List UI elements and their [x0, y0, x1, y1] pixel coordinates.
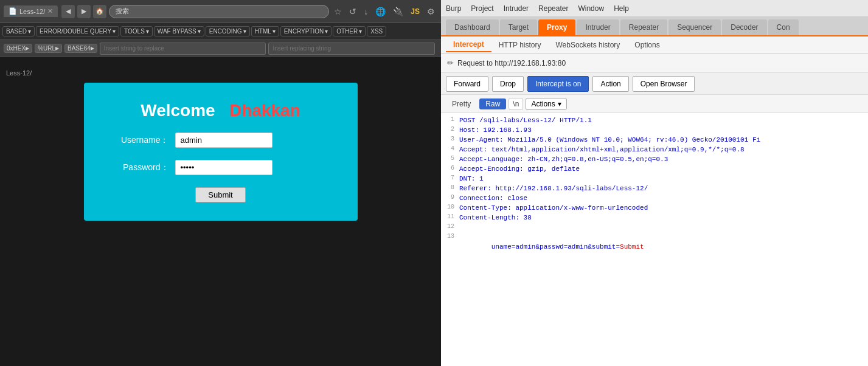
password-row: Password： — [108, 160, 333, 175]
tab-decoder[interactable]: Decoder — [722, 19, 766, 35]
hex-button[interactable]: 0xHEX — [4, 44, 32, 53]
subtab-intercept[interactable]: Intercept — [446, 38, 491, 52]
subtab-options[interactable]: Options — [627, 38, 667, 52]
menu-xss[interactable]: XSS — [367, 26, 386, 36]
actions-label: Actions — [531, 100, 555, 108]
burp-menu: Burp Project Intruder Repeater Window He… — [441, 0, 868, 17]
welcome-white: Welcome — [141, 101, 215, 120]
tab-dashboard[interactable]: Dashboard — [446, 19, 499, 35]
action-button[interactable]: Action — [592, 76, 628, 92]
burp-panel: Burp Project Intruder Repeater Window He… — [441, 0, 868, 366]
js-icon[interactable]: JS — [408, 6, 422, 17]
url-bar[interactable] — [109, 5, 329, 18]
menu-tools[interactable]: TOOLS — [120, 26, 153, 36]
actions-dropdown[interactable]: Actions ▾ — [526, 98, 566, 110]
menu-intruder[interactable]: Intruder — [504, 4, 529, 13]
tab-proxy[interactable]: Proxy — [538, 19, 575, 35]
code-line-4: 4 Accept: text/html,application/xhtml+xm… — [441, 145, 868, 154]
code-line-3: 3 User-Agent: Mozilla/5.0 (Windows NT 10… — [441, 135, 868, 145]
menu-repeater[interactable]: Repeater — [538, 4, 568, 13]
globe-icon: 🌐 — [373, 5, 388, 18]
pencil-icon: ✏ — [447, 58, 454, 67]
base64-button[interactable]: BASE64 — [64, 44, 97, 53]
browser-tab[interactable]: 📄 Less-12/ ✕ — [4, 5, 58, 17]
welcome-title: Welcome Dhakkan — [141, 101, 300, 120]
open-browser-button[interactable]: Open Browser — [633, 76, 695, 92]
code-line-1: 1 POST /sqli-labs/Less-12/ HTTP/1.1 — [441, 116, 868, 125]
menu-html[interactable]: HTML — [251, 26, 279, 36]
menu-window[interactable]: Window — [578, 4, 604, 13]
actions-chevron-icon: ▾ — [558, 100, 561, 108]
back-button[interactable]: ◀ — [61, 5, 75, 18]
code-line-5: 5 Accept-Language: zh-CN,zh;q=0.8,en-US;… — [441, 154, 868, 164]
tab-target[interactable]: Target — [500, 19, 537, 35]
code-line-2: 2 Host: 192.168.1.93 — [441, 125, 868, 135]
code-line-10: 10 Content-Type: application/x-www-form-… — [441, 203, 868, 213]
path-text: Less-12/ — [6, 69, 32, 77]
extension-icon[interactable]: 🔌 — [391, 5, 406, 18]
menu-error[interactable]: ERROR/DOUBLE QUERY — [36, 26, 119, 36]
code-line-9: 9 Connection: close — [441, 193, 868, 203]
refresh-icon[interactable]: ↺ — [347, 5, 359, 18]
editor-toolbar: Pretty Raw \n Actions ▾ — [441, 95, 868, 113]
ln-button[interactable]: \n — [509, 98, 523, 110]
close-tab-icon[interactable]: ✕ — [47, 7, 53, 15]
url-button[interactable]: %URL — [35, 44, 62, 53]
download-icon[interactable]: ↓ — [361, 5, 370, 18]
username-input[interactable] — [175, 133, 273, 148]
code-line-7: 7 DNT: 1 — [441, 174, 868, 184]
login-form-box: Welcome Dhakkan Username： Password： Subm… — [84, 83, 358, 221]
password-label: Password： — [108, 162, 169, 173]
burp-nav-tabs: Dashboard Target Proxy Intruder Repeater… — [441, 17, 868, 36]
menu-burp[interactable]: Burp — [446, 4, 461, 13]
settings-icon[interactable]: ⚙ — [425, 5, 437, 18]
tab-sequencer[interactable]: Sequencer — [668, 19, 721, 35]
browser-panel: 📄 Less-12/ ✕ ◀ ▶ 🏠 ☆ ↺ ↓ 🌐 🔌 JS ⚙ BASED … — [0, 0, 441, 366]
menu-encryption[interactable]: ENCRYPTION — [280, 26, 332, 36]
username-label: Username： — [108, 135, 169, 146]
code-line-12: 12 — [441, 223, 868, 232]
menu-based[interactable]: BASED — [2, 26, 35, 36]
bookmark-icon[interactable]: ☆ — [332, 5, 344, 18]
submit-button[interactable]: Submit — [195, 187, 245, 202]
code-line-8: 8 Referer: http://192.168.1.93/sqli-labs… — [441, 184, 868, 193]
address-bar-row: 0xHEX %URL BASE64 — [0, 40, 441, 57]
request-url: Request to http://192.168.1.93:80 — [457, 59, 566, 67]
tab-repeater[interactable]: Repeater — [620, 19, 667, 35]
replace-input[interactable] — [100, 43, 266, 55]
forward-button[interactable]: Forward — [446, 76, 488, 92]
subtab-websockets[interactable]: WebSockets history — [548, 38, 627, 52]
browser-content: Less-12/ Welcome Dhakkan Username： Passw… — [0, 57, 441, 366]
menu-bar: BASED ERROR/DOUBLE QUERY TOOLS WAF BYPAS… — [0, 23, 441, 40]
intercept-on-button[interactable]: Intercept is on — [527, 76, 589, 92]
nav-area: ◀ ▶ 🏠 ☆ ↺ ↓ 🌐 🔌 JS ⚙ — [61, 5, 437, 18]
password-input[interactable] — [175, 160, 273, 175]
menu-project[interactable]: Project — [471, 4, 493, 13]
username-row: Username： — [108, 133, 333, 148]
editor-tab-raw[interactable]: Raw — [479, 98, 506, 109]
forward-button[interactable]: ▶ — [77, 5, 91, 18]
code-line-11: 11 Content-Length: 38 — [441, 213, 868, 223]
browser-toolbar: 📄 Less-12/ ✕ ◀ ▶ 🏠 ☆ ↺ ↓ 🌐 🔌 JS ⚙ — [0, 0, 441, 23]
tab-area: 📄 Less-12/ ✕ — [4, 5, 58, 17]
request-header: ✏ Request to http://192.168.1.93:80 — [441, 54, 868, 73]
home-button[interactable]: 🏠 — [93, 5, 106, 18]
code-line-6: 6 Accept-Encoding: gzip, deflate — [441, 164, 868, 174]
request-editor[interactable]: 1 POST /sqli-labs/Less-12/ HTTP/1.1 2 Ho… — [441, 113, 868, 366]
intercept-bar: Forward Drop Intercept is on Action Open… — [441, 73, 868, 95]
tab-title: Less-12/ — [19, 8, 45, 15]
menu-other[interactable]: OTHER — [333, 26, 366, 36]
menu-help[interactable]: Help — [614, 4, 629, 13]
subtab-http-history[interactable]: HTTP history — [491, 38, 549, 52]
page-icon: 📄 — [9, 7, 17, 15]
welcome-red: Dhakkan — [229, 101, 300, 120]
drop-button[interactable]: Drop — [492, 76, 524, 92]
code-line-13: 13 uname=admin&passwd=admin&submit=Submi… — [441, 232, 868, 261]
menu-waf[interactable]: WAF BYPASS — [154, 26, 204, 36]
tab-intruder[interactable]: Intruder — [577, 19, 619, 35]
tab-con[interactable]: Con — [768, 19, 799, 35]
editor-tab-pretty[interactable]: Pretty — [446, 98, 477, 109]
replacing-input[interactable] — [268, 43, 435, 55]
burp-sub-tabs: Intercept HTTP history WebSockets histor… — [441, 36, 868, 54]
menu-encoding[interactable]: ENCODING — [206, 26, 250, 36]
